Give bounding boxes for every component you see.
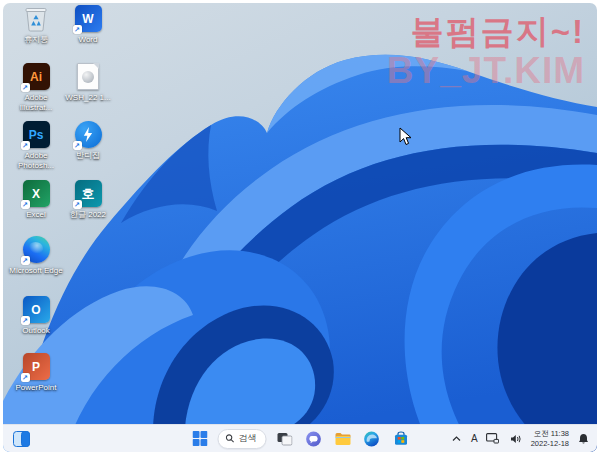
file-explorer-button[interactable] [332, 428, 354, 450]
desktop-icon-outlook[interactable]: O↗Outlook [9, 296, 63, 336]
shortcut-arrow-badge: ↗ [21, 373, 30, 382]
desktop-icon-label: 한글 2022 [70, 210, 106, 220]
bandizip-icon: ↗ [75, 121, 102, 148]
shortcut-arrow-badge: ↗ [73, 141, 82, 150]
adobe-photoshop-icon: Ps↗ [23, 121, 50, 148]
tray-overflow-chevron[interactable] [450, 428, 464, 450]
recycle-bin-glyph [24, 5, 48, 32]
excel-letter-glyph: X [32, 188, 40, 200]
adobe-illustrator-letter-glyph: Ai [30, 71, 42, 83]
desktop-icon-microsoft-edge[interactable]: ↗Microsoft Edge [9, 236, 63, 276]
taskbar-search-box[interactable]: 검색 [218, 429, 267, 449]
powerpoint-letter-glyph: P [32, 361, 40, 373]
screenshot-frame: 불펌금지~! BY_JT.KIM 휴지통W↗WordAi↗Adobe Illus… [0, 0, 601, 456]
notifications-button[interactable] [576, 428, 591, 450]
desktop-icon-recycle-bin[interactable]: 휴지통 [9, 5, 63, 45]
desktop-icon-powerpoint[interactable]: P↗PowerPoint [9, 353, 63, 393]
shortcut-arrow-badge: ↗ [21, 141, 30, 150]
powerpoint-icon: P↗ [23, 353, 50, 380]
shortcut-arrow-badge: ↗ [73, 200, 82, 209]
task-view-icon [277, 432, 293, 446]
desktop-icon-bandizip[interactable]: ↗반디집 [61, 121, 115, 161]
hangul-2022-letter-glyph: 호 [82, 187, 95, 200]
wsh-file-icon [75, 63, 102, 90]
shortcut-arrow-badge: ↗ [21, 83, 30, 92]
lightning-bolt-glyph [83, 127, 94, 142]
outlook-icon: O↗ [23, 296, 50, 323]
network-button[interactable] [485, 428, 501, 450]
word-icon: W↗ [75, 5, 102, 32]
chat-icon [306, 431, 322, 447]
search-icon [226, 434, 235, 443]
hangul-2022-icon: 호↗ [75, 180, 102, 207]
desktop-icon-excel[interactable]: X↗Excel [9, 180, 63, 220]
system-tray: A 오전 11:38 2022-12-18 [450, 425, 591, 452]
clock-date: 2022-12-18 [531, 439, 569, 448]
desktop[interactable]: 불펌금지~! BY_JT.KIM 휴지통W↗WordAi↗Adobe Illus… [3, 3, 597, 452]
adobe-photoshop-letter-glyph: Ps [29, 129, 44, 141]
store-button[interactable] [390, 428, 412, 450]
bell-icon [578, 433, 589, 445]
desktop-icon-label: 휴지통 [24, 35, 48, 45]
shortcut-arrow-badge: ↗ [73, 25, 82, 34]
speaker-icon [510, 434, 522, 444]
start-button[interactable] [189, 428, 211, 450]
network-icon [486, 433, 499, 444]
excel-icon: X↗ [23, 180, 50, 207]
desktop-icon-label: Excel [26, 210, 46, 220]
volume-button[interactable] [508, 428, 524, 450]
desktop-icon-label: Adobe Photosh... [9, 151, 63, 170]
generic-file-glyph [77, 63, 99, 90]
recycle-bin-icon [23, 5, 50, 32]
shortcut-arrow-badge: ↗ [21, 316, 30, 325]
adobe-illustrator-icon: Ai↗ [23, 63, 50, 90]
desktop-icon-label: Outlook [22, 326, 50, 336]
desktop-icon-label: WSH_22 1... [65, 93, 110, 103]
outlook-letter-glyph: O [31, 304, 40, 316]
ime-indicator[interactable]: A [471, 433, 478, 444]
desktop-icon-label: PowerPoint [16, 383, 57, 393]
edge-button[interactable] [361, 428, 383, 450]
chevron-up-icon [452, 436, 461, 442]
task-view-button[interactable] [274, 428, 296, 450]
microsoft-edge-icon: ↗ [23, 236, 50, 263]
desktop-icon-adobe-illustrator[interactable]: Ai↗Adobe Illustrat... [9, 63, 63, 112]
widgets-icon [13, 431, 30, 447]
widgets-button[interactable] [11, 428, 33, 449]
desktop-icon-wsh-file[interactable]: WSH_22 1... [61, 63, 115, 103]
desktop-icon-word[interactable]: W↗Word [61, 5, 115, 45]
shortcut-arrow-badge: ↗ [21, 256, 30, 265]
taskbar-clock[interactable]: 오전 11:38 2022-12-18 [531, 429, 569, 448]
taskbar-center-group: 검색 [189, 425, 412, 452]
shortcut-arrow-badge: ↗ [21, 200, 30, 209]
word-letter-glyph: W [82, 13, 93, 25]
desktop-icon-label: Microsoft Edge [9, 266, 62, 276]
desktop-icon-label: Adobe Illustrat... [9, 93, 63, 112]
search-label: 검색 [239, 432, 257, 445]
desktop-icon-label: 반디집 [76, 151, 100, 161]
file-explorer-icon [334, 432, 351, 446]
windows-start-icon [192, 431, 207, 446]
desktop-icon-label: Word [79, 35, 98, 45]
desktop-icon-adobe-photoshop[interactable]: Ps↗Adobe Photosh... [9, 121, 63, 170]
chat-button[interactable] [303, 428, 325, 450]
desktop-icon-hangul-2022[interactable]: 호↗한글 2022 [61, 180, 115, 220]
taskbar: 검색 [3, 424, 597, 452]
microsoft-store-icon [393, 431, 408, 446]
clock-time: 오전 11:38 [531, 429, 569, 438]
edge-icon [364, 431, 380, 447]
